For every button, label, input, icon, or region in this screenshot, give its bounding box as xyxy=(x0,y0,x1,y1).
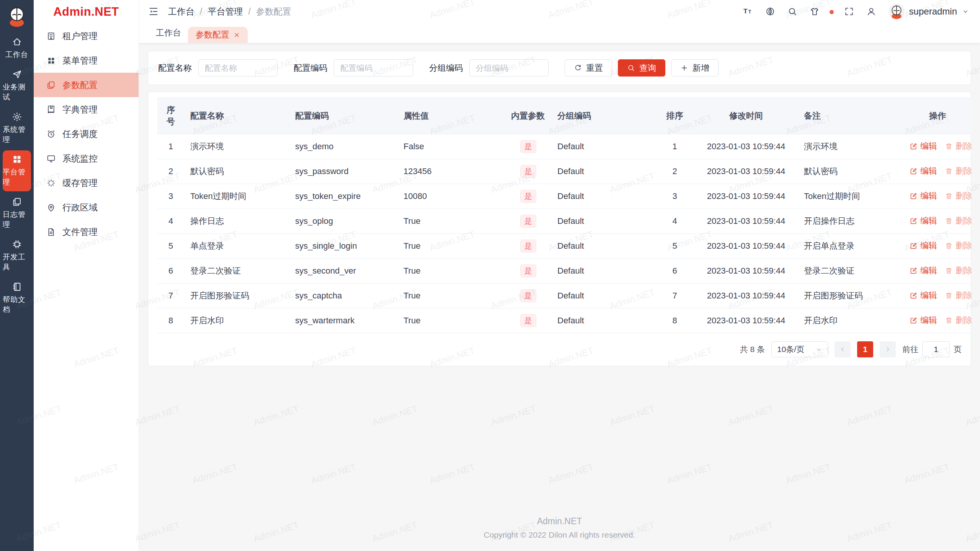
rail-item-3[interactable]: 平台管理 xyxy=(3,150,31,191)
table-row: 4操作日志sys_oplogTrue是Default42023-01-03 10… xyxy=(157,209,972,234)
delete-button[interactable]: 删除 xyxy=(945,140,972,152)
goto-page-input[interactable] xyxy=(922,341,950,357)
cell-index: 7 xyxy=(157,284,184,308)
cell-group: Default xyxy=(551,134,655,159)
prev-page-button[interactable] xyxy=(835,341,851,357)
col-header-8: 备注 xyxy=(798,98,903,134)
builtin-badge: 是 xyxy=(520,314,536,327)
cell-group: Default xyxy=(551,184,655,209)
delete-button[interactable]: 删除 xyxy=(945,265,972,276)
table-row: 2默认密码sys_password123456是Default22023-01-… xyxy=(157,159,972,184)
delete-button[interactable]: 删除 xyxy=(945,290,972,301)
profile-icon[interactable] xyxy=(866,7,876,16)
cell-group: Default xyxy=(551,159,655,184)
edit-button[interactable]: 编辑 xyxy=(910,215,937,227)
fullscreen-icon[interactable] xyxy=(844,7,854,16)
add-button[interactable]: 新增 xyxy=(671,59,719,77)
edit-button[interactable]: 编辑 xyxy=(910,165,937,177)
cell-remark: 开启图形验证码 xyxy=(798,284,903,308)
rail-item-0[interactable]: 工作台 xyxy=(3,33,31,64)
theme-icon[interactable] xyxy=(810,7,820,16)
filter-input-0[interactable] xyxy=(198,59,278,77)
sidebar-item-5[interactable]: 系统监控 xyxy=(34,146,139,171)
delete-button[interactable]: 删除 xyxy=(945,215,972,227)
builtin-badge: 是 xyxy=(520,140,536,153)
current-page-button[interactable]: 1 xyxy=(857,341,873,357)
edit-icon xyxy=(910,316,918,324)
app-logo-mascot xyxy=(6,5,28,28)
filter-group-0: 配置名称 xyxy=(158,59,278,77)
user-menu[interactable]: superadmin xyxy=(889,3,969,20)
svg-text:T: T xyxy=(743,7,748,15)
edit-button[interactable]: 编辑 xyxy=(910,140,937,152)
trash-icon xyxy=(945,217,953,225)
cache-icon xyxy=(46,178,56,188)
cell-value: True xyxy=(397,259,505,284)
cell-remark: 开启操作日志 xyxy=(798,209,903,234)
page-size-select[interactable]: 10条/页 xyxy=(771,341,828,357)
filter-input-1[interactable] xyxy=(334,59,413,77)
cell-name: 单点登录 xyxy=(184,234,289,259)
delete-button[interactable]: 删除 xyxy=(945,240,972,251)
rail-item-4[interactable]: 日志管理 xyxy=(3,193,31,234)
query-button[interactable]: 查询 xyxy=(618,59,665,77)
breadcrumb-item-workbench[interactable]: 工作台 xyxy=(168,6,194,18)
reset-button[interactable]: 重置 xyxy=(565,59,612,77)
cell-actions: 编辑删除 xyxy=(903,284,972,308)
sidebar-item-1[interactable]: 菜单管理 xyxy=(34,48,139,73)
filter-input-2[interactable] xyxy=(469,59,549,77)
delete-button[interactable]: 删除 xyxy=(945,190,972,202)
edit-button[interactable]: 编辑 xyxy=(910,315,937,326)
font-size-icon[interactable]: TT xyxy=(743,7,753,16)
rail-item-2[interactable]: 系统管理 xyxy=(3,108,31,149)
tab-1[interactable]: 参数配置 xyxy=(188,27,248,43)
icon-rail: 工作台业务测试系统管理平台管理日志管理开发工具帮助文档 xyxy=(0,0,34,551)
cell-index: 8 xyxy=(157,308,184,333)
tab-close-icon[interactable] xyxy=(234,32,240,38)
pagination: 共 8 条 10条/页 1 前往页 xyxy=(157,341,962,357)
cell-order: 6 xyxy=(655,259,694,284)
sidebar-item-7[interactable]: 行政区域 xyxy=(34,195,139,220)
pin-icon xyxy=(46,203,56,212)
cell-code: sys_password xyxy=(289,159,397,184)
gear-icon xyxy=(12,112,22,122)
rail-item-5[interactable]: 开发工具 xyxy=(3,235,31,276)
edit-button[interactable]: 编辑 xyxy=(910,240,937,251)
rail-item-6[interactable]: 帮助文档 xyxy=(3,278,31,319)
sidebar-item-8[interactable]: 文件管理 xyxy=(34,220,139,244)
search-icon[interactable] xyxy=(787,7,797,16)
tab-0[interactable]: 工作台 xyxy=(149,23,188,43)
builtin-badge: 是 xyxy=(520,190,536,203)
breadcrumb-separator: / xyxy=(248,7,250,17)
cell-value: True xyxy=(397,234,505,259)
cell-index: 5 xyxy=(157,234,184,259)
language-icon[interactable] xyxy=(765,7,775,16)
sidebar-item-6[interactable]: 缓存管理 xyxy=(34,171,139,195)
sidebar-item-4[interactable]: 任务调度 xyxy=(34,122,139,146)
cell-order: 4 xyxy=(655,209,694,234)
delete-button[interactable]: 删除 xyxy=(945,165,972,177)
cell-group: Default xyxy=(551,209,655,234)
table-card: 序号配置名称配置编码属性值内置参数分组编码排序修改时间备注操作 1演示环境sys… xyxy=(148,91,971,366)
cell-group: Default xyxy=(551,259,655,284)
sidebar-item-3[interactable]: 字典管理 xyxy=(34,97,139,122)
edit-button[interactable]: 编辑 xyxy=(910,290,937,301)
rail-item-1[interactable]: 业务测试 xyxy=(3,65,31,106)
delete-button[interactable]: 删除 xyxy=(945,315,972,326)
cell-time: 2023-01-03 10:59:44 xyxy=(694,284,798,308)
sidebar-item-2[interactable]: 参数配置 xyxy=(34,73,139,97)
trash-icon xyxy=(945,142,953,150)
col-header-6: 排序 xyxy=(655,98,694,134)
col-header-7: 修改时间 xyxy=(694,98,798,134)
goto-page: 前往页 xyxy=(902,341,962,357)
copy-icon xyxy=(12,197,22,207)
cell-order: 5 xyxy=(655,234,694,259)
edit-button[interactable]: 编辑 xyxy=(910,265,937,276)
menu-fold-icon[interactable] xyxy=(148,6,159,17)
sidebar-item-0[interactable]: 租户管理 xyxy=(34,24,139,48)
next-page-button[interactable] xyxy=(880,341,896,357)
edit-button[interactable]: 编辑 xyxy=(910,190,937,202)
trash-icon xyxy=(945,242,953,250)
breadcrumb-item-platform[interactable]: 平台管理 xyxy=(207,6,243,18)
col-header-5: 分组编码 xyxy=(551,98,655,134)
